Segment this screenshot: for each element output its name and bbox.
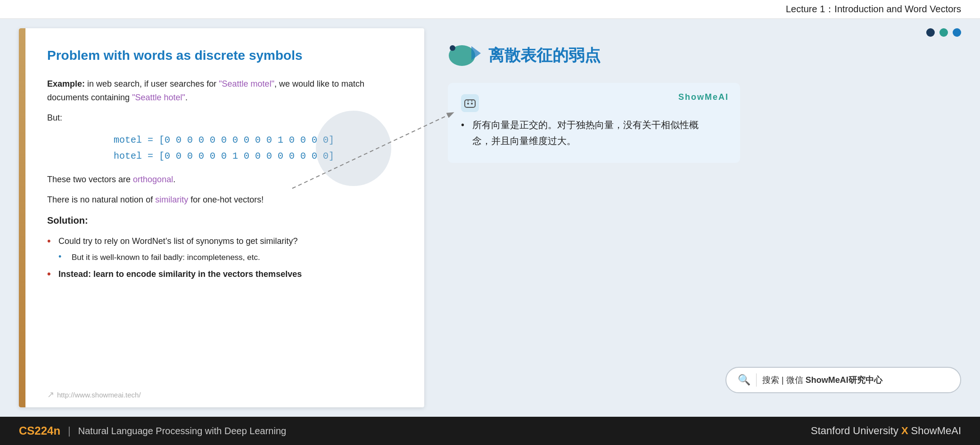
chinese-title: 离散表征的弱点	[488, 45, 601, 66]
search-bold-text: ShowMeAI研究中心	[806, 375, 882, 385]
search-divider	[756, 373, 757, 387]
annotation-bullet: 所有向量是正交的。对于独热向量，没有关干相似性概 念，并且向量维度过大。	[461, 117, 727, 149]
similarity-highlight: similarity	[155, 195, 188, 204]
annotation-ai-icon	[461, 94, 479, 112]
url-text: http://www.showmeai.tech/	[57, 391, 141, 399]
section-icon	[448, 41, 481, 70]
annotation-text: 所有向量是正交的。对于独热向量，没有关干相似性概 念，并且向量维度过大。	[461, 117, 727, 149]
sub-bullets: But it is well-known to fail badly: inco…	[58, 251, 401, 264]
example-paragraph: Example: in web search, if user searches…	[47, 77, 401, 105]
slide-url: ↗ http://www.showmeai.tech/	[47, 389, 141, 400]
dots-row	[448, 28, 961, 37]
bottom-left: CS224n | Natural Language Processing wit…	[19, 424, 286, 437]
sub-bullet-item-1: But it is well-known to fail badly: inco…	[58, 251, 401, 264]
slide-body: Example: in web search, if user searches…	[47, 77, 401, 281]
course-id: CS224n	[19, 424, 60, 437]
university-name: Stanford University	[811, 425, 898, 437]
main-area: Problem with words as discrete symbols E…	[0, 19, 980, 417]
right-panel: 离散表征的弱点 ShowMeAI 所有向量是正交的。对于独热	[424, 28, 961, 407]
bottom-right: Stanford University X ShowMeAI	[811, 425, 961, 437]
similarity-line: There is no natural notion of similarity…	[47, 193, 401, 207]
chinese-title-section: 离散表征的弱点	[448, 41, 961, 70]
bullet-item-1: Could try to rely on WordNet’s list of s…	[47, 235, 401, 264]
top-bar: Lecture 1：Introduction and Word Vectors	[0, 0, 980, 19]
dot-2	[939, 28, 948, 37]
bottom-bar: CS224n | Natural Language Processing wit…	[0, 417, 980, 445]
grey-circle-decoration	[316, 111, 391, 186]
svg-point-4	[467, 103, 469, 105]
but-section: But: motel = [0 0 0 0 0 0 0 0 0 0 1 0 0 …	[47, 111, 401, 164]
x-mark: X	[901, 425, 908, 437]
annotation-card: ShowMeAI 所有向量是正交的。对于独热向量，没有关干相似性概 念，并且向量…	[448, 83, 740, 163]
bottom-separator: |	[68, 425, 71, 437]
slide-title: Problem with words as discrete symbols	[47, 47, 401, 64]
quote2: "Seattle hotel"	[132, 93, 185, 102]
bullet-item-2: Instead: learn to encode similarity in t…	[47, 267, 401, 281]
lecture-title: Lecture 1：Introduction and Word Vectors	[786, 3, 961, 16]
svg-point-5	[471, 103, 473, 105]
svg-marker-1	[471, 46, 481, 60]
vector-block: motel = [0 0 0 0 0 0 0 0 0 0 1 0 0 0 0] …	[47, 132, 401, 164]
solution-bullets: Could try to rely on WordNet’s list of s…	[47, 235, 401, 281]
search-icon: 🔍	[738, 374, 750, 386]
search-bar[interactable]: 🔍 搜索 | 微信 ShowMeAI研究中心	[725, 367, 961, 393]
showmeai-name: ShowMeAI	[911, 425, 961, 437]
slide-panel: Problem with words as discrete symbols E…	[19, 28, 424, 407]
dot-3	[953, 28, 961, 37]
url-icon: ↗	[47, 389, 54, 400]
showmeai-brand-label: ShowMeAI	[678, 92, 729, 102]
slide-left-bar	[19, 28, 25, 407]
svg-point-2	[450, 45, 455, 51]
course-name: Natural Language Processing with Deep Le…	[78, 426, 286, 437]
quote1: "Seattle motel"	[219, 79, 274, 89]
orthogonal-highlight: orthogonal	[133, 175, 173, 184]
dot-1	[926, 28, 935, 37]
svg-rect-3	[465, 100, 475, 107]
solution-header: Solution:	[47, 213, 401, 228]
search-text: 搜索 | 微信 ShowMeAI研究中心	[762, 374, 882, 386]
